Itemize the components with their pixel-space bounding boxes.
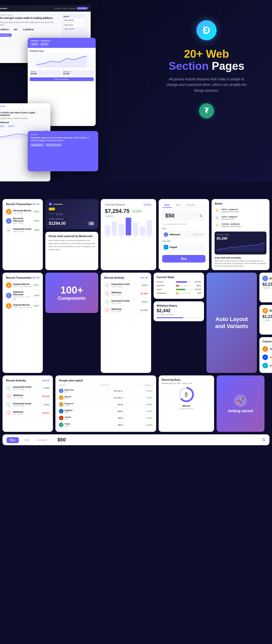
act2-1: ↓ Deposited Funds Sep 20 2022 +$200 (6, 384, 49, 392)
watch-table-header: Symbol Last Price Change % (59, 384, 153, 388)
tether-icon: ₮ (199, 103, 214, 118)
amount-input[interactable]: $50 ⇅ (162, 210, 206, 221)
bottom-swap-icon[interactable]: ⇅ (262, 437, 265, 442)
current-stats-card: Current Stats Income $3,560 Expense $ (154, 273, 204, 299)
doge-watch-icon: Ð (59, 402, 63, 407)
recent-transaction-2-title: Recent Transaction See all (6, 276, 39, 279)
hero-section: Coinbank Discover Trade Company Get Star… (0, 0, 272, 181)
btc-watch-icon: ₿ (59, 395, 63, 400)
tx2-item-2: Ξ Withdraw Ethereum Sep 20 2022, 7:23 PM… (6, 289, 39, 302)
wallet-metamask[interactable]: M MetaMask › (262, 345, 272, 353)
recurring-buys-card: Recurring Buys Starting Sep 30, 2022 - M… (159, 375, 214, 432)
components-showcase: Recent Transaction See all ₿ Received Bi… (0, 197, 272, 448)
alerts-card: Alerts ₿ 1 BTC = $3464.42 Coinbase BTC/U… (212, 199, 269, 270)
card-number: **** 5481 (49, 213, 95, 216)
recent-activity-1-card: Recent Activity See all ↓ Deposited Fund… (101, 273, 151, 373)
screen-market: Coinbank The global cryptocurrency marke… (28, 131, 98, 171)
eth-watch-icon: Ξ (59, 389, 63, 393)
alert-item-3: Ð 1 DOGE = $2796.09 Dogecoin DOGE/USD (215, 222, 266, 229)
tab-sell[interactable]: Sell (173, 203, 182, 207)
getting-started-icon: 🚀 (234, 394, 247, 407)
card-chip (49, 208, 55, 210)
virtual-card-column: C Coinbank **** 5481 Andre Samson $1294.… (45, 199, 98, 270)
tx2-item-1: ₿ Deposit Bitcoin Oct 7 2022, 9:00 AM +B… (6, 281, 39, 289)
withdraw-history-card: Withdraw History $2,442 Of $4,000 availa… (154, 301, 204, 321)
usdt-watch-icon: ₮ (59, 423, 63, 427)
stat-asset: Asset $7,668 (157, 288, 201, 291)
svg-marker-1 (148, 5, 168, 22)
swap-icon[interactable]: ⇅ (199, 214, 202, 218)
act2-withdraw-icon-2: ↑ (6, 410, 12, 416)
activity-1: ↓ Deposited Funds Sep 25 2022 +$200 (104, 281, 148, 289)
tx-item-3: ↓ Deposited Funds Sep 20 2022 $300 (6, 226, 39, 234)
auto-layout-card: Auto Layout and Variants (207, 273, 257, 373)
bar-2: T (112, 221, 117, 238)
recent-activity-2-card: Recent Activity See all ↓ Deposited Fund… (3, 375, 53, 432)
bitcoin-icon: ₿ (6, 209, 12, 214)
watch-usdt: ₮ Tether USDT $69.8 +1.52% (59, 422, 153, 428)
people-watch-card: People also watch Symbol Last Price Chan… (55, 375, 156, 432)
watch-acn: A Achain ACN $69.8 +1.52% (59, 415, 153, 422)
coin-connect-column: Ξ Ethereum $2,236.21 +1.47% ₿ Bitcoin (259, 273, 272, 373)
exodus-icon: E (262, 363, 268, 368)
metamask-icon: M (262, 346, 268, 352)
acn-watch-icon: A (59, 416, 63, 420)
wallet-exodus[interactable]: E Exodus › (262, 362, 272, 370)
svg-marker-26 (130, 74, 150, 91)
getting-started-card: 🚀 Getting started (217, 375, 264, 432)
page-wrapper: Coinbank Discover Trade Company Get Star… (0, 0, 272, 448)
coinbase-wallet-icon: C (262, 355, 268, 360)
tab-convert[interactable]: Convert (183, 203, 197, 207)
tab-buy[interactable]: Buy (162, 203, 172, 208)
svg-marker-4 (200, 5, 221, 22)
svg-marker-39 (130, 108, 150, 125)
mini-chart-svg (217, 241, 264, 251)
svg-marker-20 (139, 56, 159, 74)
act2-3: ↓ Deposited Funds Nov 20 2022 +$200 (6, 401, 49, 409)
bottom-tab-sell[interactable]: Sell (22, 437, 31, 442)
eth-icon: Ξ (6, 218, 12, 224)
bar-3: W (119, 224, 124, 238)
svg-marker-3 (183, 5, 203, 22)
chart-bars: M T W T F (105, 220, 152, 238)
bar-6: S (140, 227, 145, 238)
withdraw-progress-bg (157, 317, 201, 318)
row-3: Recent Activity See all ↓ Deposited Fund… (3, 375, 269, 432)
btc-alert-icon: ₿ (215, 208, 220, 213)
hero-description: All pieces include features that make it… (164, 76, 249, 93)
bar-7: S (147, 220, 152, 238)
svg-marker-13 (130, 39, 150, 56)
svg-marker-6 (236, 5, 256, 22)
svg-marker-33 (139, 91, 159, 108)
wallet-coinbase[interactable]: C Coinbase Wallet › (262, 353, 272, 362)
act2-deposit-icon-2: ↓ (6, 402, 12, 407)
ethereum-price-card: Ξ Ethereum $2,236.21 +1.47% (259, 273, 272, 302)
spacer-1 (0, 181, 272, 197)
bottom-buy-bar: Buy Sell Convert $50 ⇅ (3, 434, 269, 445)
components-count-card: 100+ Components (45, 273, 98, 313)
recent-activity-2-title: Recent Activity See all (6, 379, 49, 382)
mock-screens: Coinbank Discover Trade Company Get Star… (0, 5, 111, 176)
overview-balance-card: Overview Balance Weekly $7,254.75 +1.11%… (101, 199, 156, 270)
btc-sparkline (262, 321, 272, 331)
alert-item-1: ₿ 1 BTC = $3464.42 Coinbase BTC/USD (215, 207, 266, 214)
bottom-tab-buy[interactable]: Buy (7, 437, 19, 443)
activity-4: ↑ Withdraw Oct 1 2022 -$3,149 (104, 306, 148, 314)
buy-sell-card: Buy Sell Convert $50 ⇅ You can buy up to… (159, 199, 209, 270)
grow-earn-mini: Grow and earn everyday Amet minim mollit… (215, 256, 266, 267)
bottom-tab-convert[interactable]: Convert (35, 437, 49, 442)
dash-icon: Ð (196, 20, 217, 40)
bar-5: F (133, 223, 138, 238)
deposit-act-icon-2: ↓ (104, 299, 110, 305)
bar-4: T (126, 218, 131, 238)
stats-withdraw-column: Current Stats Income $3,560 Expense $ (154, 273, 204, 373)
deposit-act-icon-1: ↓ (104, 282, 110, 288)
withdraw-act-icon-2: ↑ (104, 307, 110, 313)
act2-2: ↑ Withdraw Oct 1 2022 -$2,548 (6, 392, 49, 401)
watch-btc: ₿ Bitcoin BTC $1,236.21 +1.52% (59, 394, 153, 401)
buy-button[interactable]: Buy (162, 255, 206, 263)
eth-buy-icon: Ξ (164, 232, 168, 237)
recurring-icon: ₿ (185, 392, 188, 398)
svg-marker-2 (165, 5, 185, 22)
recent-activity-1-title: Recent Activity See all (104, 276, 148, 279)
